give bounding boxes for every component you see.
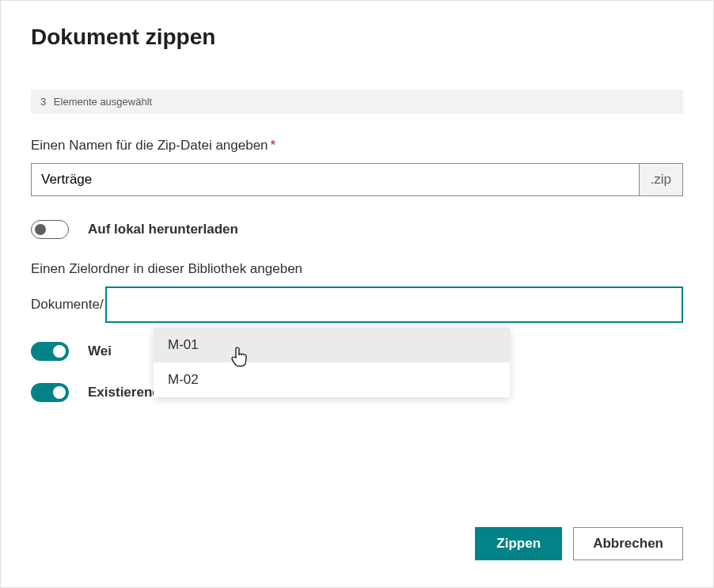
dropdown-item[interactable]: M-01 bbox=[154, 328, 510, 362]
dialog-title: Dokument zippen bbox=[31, 25, 683, 50]
overwrite-toggle[interactable] bbox=[31, 383, 69, 402]
toggle-knob bbox=[35, 224, 46, 235]
download-local-toggle[interactable] bbox=[31, 220, 69, 239]
toggle-knob bbox=[53, 386, 66, 399]
dropdown-item[interactable]: M-02 bbox=[154, 362, 510, 397]
selection-info-bar: 3 Elemente ausgewählt bbox=[31, 89, 683, 114]
selection-label: Elemente ausgewählt bbox=[54, 96, 152, 108]
toggle-knob bbox=[53, 345, 66, 358]
download-local-row: Auf lokal herunterladen bbox=[31, 220, 683, 239]
option-wei-label: Wei bbox=[88, 343, 112, 359]
filename-label: Einen Namen für die Zip-Datei angeben* bbox=[31, 138, 683, 154]
selection-count: 3 bbox=[40, 96, 46, 108]
folder-suggestions-dropdown: M-01 M-02 bbox=[154, 328, 510, 397]
filename-row: .zip bbox=[31, 163, 683, 196]
target-folder-section: Einen Zielordner in dieser Bibliothek an… bbox=[31, 261, 683, 323]
path-prefix: Dokumente/ bbox=[31, 297, 105, 313]
target-folder-input[interactable] bbox=[105, 286, 683, 323]
zip-filename-input[interactable] bbox=[31, 163, 639, 196]
target-folder-row: Dokumente/ M-01 M-02 bbox=[31, 286, 683, 323]
zip-extension-label: .zip bbox=[639, 163, 683, 196]
cancel-button[interactable]: Abbrechen bbox=[573, 527, 683, 560]
dialog-footer: Zippen Abbrechen bbox=[475, 527, 683, 560]
target-folder-label: Einen Zielordner in dieser Bibliothek an… bbox=[31, 261, 683, 277]
download-local-label: Auf lokal herunterladen bbox=[88, 222, 238, 237]
option-wei-toggle[interactable] bbox=[31, 342, 69, 361]
required-asterisk: * bbox=[271, 138, 276, 153]
zip-button[interactable]: Zippen bbox=[475, 527, 562, 560]
